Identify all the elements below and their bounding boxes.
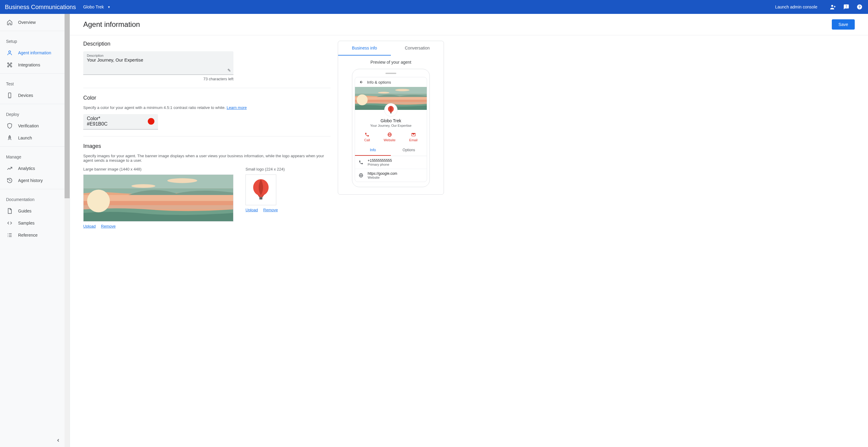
page-header: Agent information Save <box>70 14 868 35</box>
banner-label: Large banner image (1440 x 448) <box>83 167 234 172</box>
info-options-label: Info & options <box>367 80 391 85</box>
sidebar-item-analytics[interactable]: Analytics <box>0 162 65 175</box>
globe-info-icon <box>359 173 364 178</box>
phone-icon <box>6 92 13 99</box>
preview-phone-label: Primary phone <box>368 163 392 166</box>
banner-upload-link[interactable]: Upload <box>83 224 96 229</box>
banner-image-block: Large banner image (1440 x 448) Upload R… <box>83 167 234 229</box>
preview-panel: Business info Conversation Preview of yo… <box>338 41 444 195</box>
page-title: Agent information <box>83 20 140 29</box>
preview-tagline: Your Journey, Our Expertise <box>355 124 427 131</box>
history-icon <box>6 177 13 184</box>
partner-name: Globo Trek <box>83 4 104 9</box>
logo-upload-link[interactable]: Upload <box>246 208 258 212</box>
preview-banner <box>355 87 427 110</box>
color-label: Color* <box>87 116 148 121</box>
logo-remove-link[interactable]: Remove <box>263 208 278 212</box>
color-swatch <box>148 118 154 125</box>
analytics-icon <box>6 165 13 172</box>
sidebar-item-samples[interactable]: Samples <box>0 217 65 229</box>
partner-select[interactable]: Globo Trek ▼ <box>83 4 111 9</box>
preview-website-value: https://google.com <box>368 172 397 176</box>
preview-caption: Preview of your agent <box>338 56 444 69</box>
sidebar-section-docs: Documentation <box>0 192 65 205</box>
back-arrow-icon[interactable] <box>359 80 364 85</box>
logo-label: Small logo (224 x 224) <box>246 167 285 172</box>
preview-phone-row: +15555555555 Primary phone <box>355 156 427 169</box>
preview-action-call[interactable]: Call <box>364 132 370 142</box>
preview-subtab-options[interactable]: Options <box>391 145 427 156</box>
preview-website-row: https://google.com Website <box>355 169 427 182</box>
sidebar-item-devices[interactable]: Devices <box>0 89 65 101</box>
help-icon[interactable]: ? <box>856 3 863 10</box>
integrations-icon <box>6 61 13 68</box>
collapse-sidebar-icon[interactable] <box>53 436 63 445</box>
sidebar-section-manage: Manage <box>0 149 65 162</box>
sidebar-item-guides[interactable]: Guides <box>0 205 65 217</box>
tab-business-info[interactable]: Business info <box>338 41 391 56</box>
home-icon <box>6 19 13 26</box>
share-user-icon[interactable] <box>829 3 837 10</box>
sidebar-item-agent-info[interactable]: Agent information <box>0 47 65 59</box>
app-header: Business Communications Globo Trek ▼ Lau… <box>0 0 868 14</box>
learn-more-link[interactable]: Learn more <box>226 105 246 110</box>
sidebar-section-setup: Setup <box>0 33 65 47</box>
color-help: Specify a color for your agent with a mi… <box>83 105 331 110</box>
save-button[interactable]: Save <box>832 19 855 30</box>
preview-action-email[interactable]: Email <box>409 132 418 142</box>
preview-logo <box>384 103 398 117</box>
images-help: Specify images for your agent. The banne… <box>83 154 331 163</box>
banner-image <box>83 175 234 221</box>
preview-action-website[interactable]: Website <box>384 132 396 142</box>
svg-point-19 <box>7 66 9 67</box>
sidebar-item-reference[interactable]: Reference <box>0 229 65 241</box>
person-icon <box>6 49 13 56</box>
svg-point-21 <box>9 64 10 65</box>
svg-point-16 <box>9 51 11 53</box>
svg-text:?: ? <box>858 5 861 9</box>
phone-preview: Info & options Globo Trek Your Journey, … <box>352 69 430 187</box>
sidebar-item-agent-history[interactable]: Agent history <box>0 175 65 186</box>
sidebar-item-verification[interactable]: Verification <box>0 120 65 132</box>
sidebar-section-deploy: Deploy <box>0 107 65 120</box>
launch-icon <box>6 134 13 142</box>
banner-remove-link[interactable]: Remove <box>101 224 116 229</box>
list-icon <box>6 232 13 239</box>
app-title: Business Communications <box>5 4 76 10</box>
phone-notch <box>385 73 396 74</box>
svg-point-13 <box>831 5 833 7</box>
sidebar-item-overview[interactable]: Overview <box>0 16 65 28</box>
chevron-down-icon: ▼ <box>107 5 111 9</box>
sidebar-section-test: Test <box>0 76 65 89</box>
edit-icon: ✎ <box>227 68 231 73</box>
preview-phone-value: +15555555555 <box>368 158 392 163</box>
characters-left: 73 characters left <box>83 77 234 81</box>
sidebar-item-launch[interactable]: Launch <box>0 132 65 144</box>
svg-point-20 <box>10 66 12 67</box>
logo-image <box>246 175 276 205</box>
description-heading: Description <box>83 41 331 47</box>
color-field[interactable]: Color* #E91B0C <box>83 114 158 129</box>
preview-website-label: Website <box>368 176 397 179</box>
admin-console-link[interactable]: Launch admin console <box>775 4 817 9</box>
sidebar-item-integrations[interactable]: Integrations <box>0 59 65 71</box>
logo-image-block: Small logo (224 x 224) Upload Remove <box>246 167 285 229</box>
tab-conversation[interactable]: Conversation <box>391 41 444 56</box>
main-content: Agent information Save Description Descr… <box>70 14 868 447</box>
sidebar: Overview Setup Agent information Integra… <box>0 14 70 447</box>
svg-point-17 <box>7 63 9 64</box>
color-value: #E91B0C <box>87 121 148 127</box>
color-heading: Color <box>83 95 331 101</box>
svg-point-18 <box>10 63 12 64</box>
preview-subtab-info[interactable]: Info <box>355 145 391 156</box>
feedback-icon[interactable] <box>843 3 850 10</box>
document-icon <box>6 207 13 215</box>
code-icon <box>6 219 13 227</box>
images-heading: Images <box>83 143 331 149</box>
description-label: Description <box>87 54 230 57</box>
phone-info-icon <box>359 160 364 165</box>
description-value: Your Journey, Our Expertise <box>87 57 230 62</box>
shield-icon <box>6 122 13 129</box>
description-field[interactable]: Description Your Journey, Our Expertise … <box>83 51 234 75</box>
scrollbar[interactable] <box>65 14 70 447</box>
